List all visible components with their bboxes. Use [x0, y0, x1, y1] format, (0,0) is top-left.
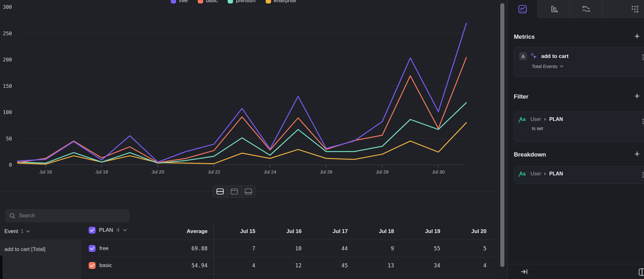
event-click-icon [531, 53, 537, 60]
breakdown-card[interactable]: Aa User PLAN [514, 166, 644, 184]
bottom-panel-view-button[interactable] [241, 185, 255, 197]
cell-value: 4 [446, 262, 486, 269]
cell-value: 34 [399, 262, 440, 269]
event-header-label: Event [4, 228, 18, 235]
add-metric-button[interactable]: + [633, 32, 641, 41]
plan-header-label: PLAN [99, 227, 113, 233]
event-name-cell[interactable]: add to cart [Total] [0, 240, 81, 279]
svg-text:Jul 18: Jul 18 [96, 169, 108, 174]
breakdown-scope-label: User [530, 171, 541, 177]
panel-footer [508, 264, 644, 279]
add-filter-button[interactable]: + [633, 92, 641, 101]
date-column-header[interactable]: Jul 17 [307, 228, 348, 235]
cell-value: 4 [214, 262, 255, 269]
series-line-basic [18, 57, 466, 162]
date-column-header[interactable]: Jul 15 [214, 228, 255, 235]
svg-text:200: 200 [3, 57, 12, 63]
basic-checkbox[interactable] [89, 262, 96, 269]
layout-toggle-group [213, 185, 256, 198]
tab-separator [602, 0, 602, 18]
date-column-header[interactable]: Jul 18 [353, 228, 394, 235]
date-column-header[interactable]: Jul 20 [446, 228, 486, 235]
cell-value: 5 [446, 245, 486, 252]
line-chart-tab-icon [518, 5, 527, 14]
filter-card[interactable]: Aa User PLAN Is set [514, 111, 644, 142]
table-column-divider [214, 224, 214, 279]
metric-event-name: add to cart [541, 53, 569, 60]
event-name-label: add to cart [Total] [4, 246, 45, 252]
svg-text:150: 150 [3, 83, 12, 89]
breakdown-property-label: PLAN [549, 171, 563, 177]
split-view-button[interactable] [213, 185, 227, 197]
breadcrumb-caret-icon [544, 118, 546, 121]
top-panel-icon [230, 188, 238, 195]
metric-measure-label: Total Events [532, 64, 558, 69]
svg-text:250: 250 [3, 31, 12, 37]
filter-section-title: Filter [514, 93, 528, 100]
text-property-icon: Aa [519, 117, 527, 122]
event-column-header[interactable]: Event 1 [4, 228, 30, 235]
table-header-row: Event 1 PLAN 4 Average Jul 15Jul 16Jul 1… [0, 224, 498, 240]
breakdown-section-title: Breakdown [514, 151, 546, 158]
metric-measure-dropdown[interactable]: Total Events [532, 64, 644, 69]
chevron-down-icon [560, 65, 564, 68]
plan-select-all-checkbox[interactable] [89, 227, 96, 234]
tab-flows[interactable] [570, 0, 602, 18]
plan-column-header[interactable]: PLAN 4 [89, 227, 127, 234]
svg-text:50: 50 [6, 136, 12, 142]
event-count: 1 [20, 228, 23, 235]
cell-value: 45 [307, 262, 348, 269]
chevron-down-icon [26, 230, 30, 233]
cell-value: 55 [399, 245, 440, 252]
vertical-scrollbar-track [498, 0, 507, 279]
svg-text:0: 0 [9, 162, 12, 168]
cell-value: 7 [214, 245, 255, 252]
svg-text:Jul 28: Jul 28 [376, 169, 389, 174]
breadcrumb-caret-icon [544, 172, 546, 175]
filter-scope-label: User [530, 117, 541, 122]
bottom-panel-icon [245, 188, 252, 195]
svg-text:Jul 24: Jul 24 [264, 169, 276, 174]
average-column-header[interactable]: Average [164, 228, 208, 235]
row-label: free [99, 245, 108, 252]
vertical-scrollbar-thumb[interactable] [500, 3, 504, 267]
date-column-header[interactable]: Jul 16 [261, 228, 302, 235]
date-column-header[interactable]: Jul 19 [399, 228, 440, 235]
filter-kebab-menu[interactable] [641, 119, 644, 124]
chart-and-table-region: freebasicpremiumenterprise 0501001502002… [0, 0, 498, 279]
average-value: 54.94 [164, 262, 208, 269]
svg-text:100: 100 [3, 109, 12, 115]
free-checkbox[interactable] [89, 245, 96, 252]
tab-insights-line[interactable] [508, 0, 538, 18]
plan-count: 4 [116, 227, 119, 233]
corner-notch [0, 256, 3, 279]
metrics-section-title: Metrics [514, 33, 535, 40]
metric-series-badge: A [519, 52, 527, 60]
side-panel-toggle-icon[interactable] [639, 268, 644, 276]
collapse-panel-icon[interactable] [521, 269, 528, 275]
top-panel-view-button[interactable] [227, 185, 241, 197]
search-input-container [5, 209, 130, 222]
svg-text:300: 300 [3, 4, 12, 10]
text-property-icon: Aa [519, 171, 527, 177]
tab-funnels-bars[interactable] [538, 0, 570, 18]
panel-tab-bar [508, 0, 644, 18]
metric-card[interactable]: A add to cart Total Events [514, 47, 644, 77]
cell-value: 13 [353, 262, 394, 269]
filter-operator-dropdown[interactable]: Is set [532, 126, 644, 131]
svg-text:Jul 16: Jul 16 [39, 169, 52, 174]
search-icon [9, 213, 15, 219]
average-value: 69.88 [164, 245, 208, 252]
metric-kebab-menu[interactable] [641, 54, 644, 60]
svg-text:Jul 20: Jul 20 [152, 169, 164, 174]
add-breakdown-button[interactable]: + [633, 150, 641, 159]
tab-more-apps[interactable] [625, 0, 644, 18]
cell-value: 9 [353, 245, 394, 252]
breakdown-kebab-menu[interactable] [641, 172, 644, 178]
search-input[interactable] [19, 213, 125, 219]
row-label: basic [99, 262, 112, 269]
series-line-premium [18, 103, 466, 163]
svg-text:Jul 22: Jul 22 [208, 169, 220, 174]
chevron-down-icon [123, 229, 127, 231]
query-builder-panel: Metrics + A add to cart Total Events Fil… [507, 0, 644, 279]
